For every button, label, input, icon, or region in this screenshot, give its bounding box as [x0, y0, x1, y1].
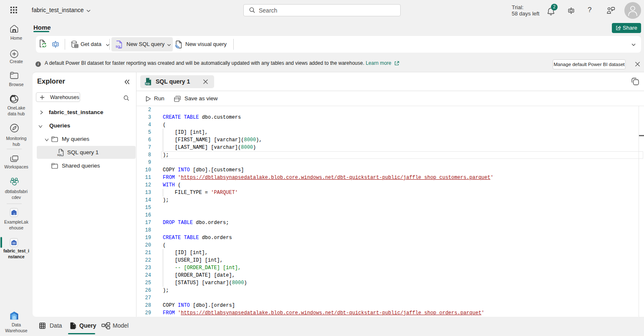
svg-text:SQL: SQL [116, 45, 121, 48]
svg-text:SQL: SQL [57, 154, 62, 156]
svg-text:SQL: SQL [145, 82, 150, 85]
